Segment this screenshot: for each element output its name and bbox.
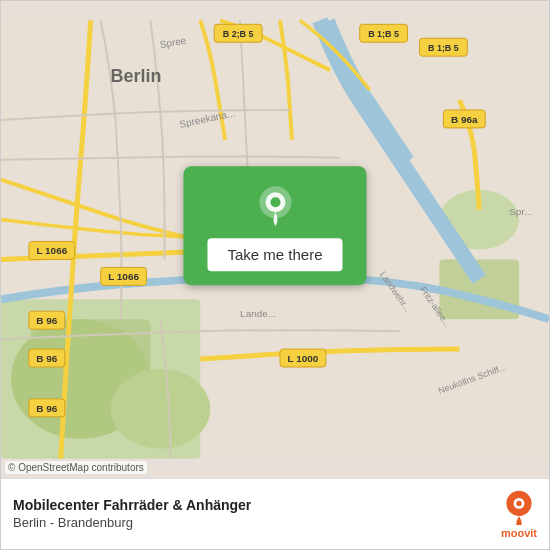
moovit-label: moovit — [501, 527, 537, 539]
map-attribution: © OpenStreetMap contributors — [5, 461, 147, 474]
location-subtitle: Berlin - Brandenburg — [13, 514, 491, 532]
svg-text:L 1000: L 1000 — [287, 353, 318, 364]
svg-text:Berlin: Berlin — [111, 66, 162, 86]
app-container: B 96 B 96 B 96 L 1066 L 1066 L 1000 B 96… — [0, 0, 550, 550]
svg-text:Spr...: Spr... — [509, 206, 532, 217]
svg-text:B 96: B 96 — [36, 315, 57, 326]
svg-text:B 96: B 96 — [36, 353, 57, 364]
svg-text:B 2;B 5: B 2;B 5 — [223, 29, 254, 39]
info-bar: Mobilecenter Fahrräder & Anhänger Berlin… — [1, 478, 549, 549]
moovit-icon — [501, 489, 537, 525]
map-pin-icon — [253, 184, 297, 228]
location-title: Mobilecenter Fahrräder & Anhänger — [13, 496, 491, 514]
svg-text:B 96: B 96 — [36, 403, 57, 414]
svg-text:L 1066: L 1066 — [36, 245, 67, 256]
location-card: Take me there — [183, 166, 366, 285]
location-info: Mobilecenter Fahrräder & Anhänger Berlin… — [13, 496, 491, 532]
moovit-logo: moovit — [501, 489, 537, 539]
svg-text:B 96a: B 96a — [451, 114, 478, 125]
svg-text:B 1;B 5: B 1;B 5 — [368, 29, 399, 39]
svg-point-4 — [111, 369, 211, 449]
take-me-there-button[interactable]: Take me there — [207, 238, 342, 271]
svg-text:Lande...: Lande... — [240, 308, 276, 319]
svg-text:B 1;B 5: B 1;B 5 — [428, 43, 459, 53]
svg-point-37 — [270, 197, 280, 207]
svg-text:L 1066: L 1066 — [108, 271, 139, 282]
svg-point-40 — [516, 501, 521, 506]
map-area: B 96 B 96 B 96 L 1066 L 1066 L 1000 B 96… — [1, 1, 549, 478]
